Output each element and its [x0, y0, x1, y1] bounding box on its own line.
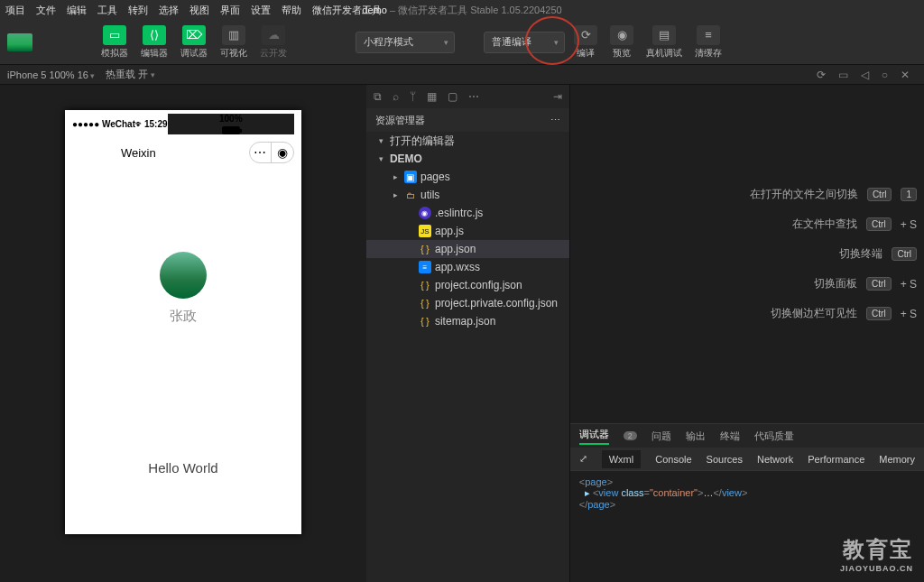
hint-panel: 切换面板: [814, 276, 857, 291]
tab-performance[interactable]: Performance: [808, 454, 864, 465]
project-root[interactable]: ▾DEMO: [366, 150, 569, 168]
cloud-button[interactable]: ☁云开发: [256, 23, 291, 61]
capsule-button[interactable]: ⋯ ◉: [249, 142, 294, 163]
tab-debugger[interactable]: 调试器: [579, 428, 609, 445]
project-thumbnail[interactable]: [7, 33, 32, 51]
debugger-button[interactable]: ⌦调试器: [177, 23, 211, 61]
branch-icon[interactable]: ᛘ: [410, 90, 416, 103]
menu-tools[interactable]: 工具: [97, 4, 117, 17]
menu-file[interactable]: 文件: [36, 4, 56, 17]
folder-utils[interactable]: ▸🗀utils: [366, 186, 569, 204]
tab-wxml[interactable]: Wxml: [602, 450, 642, 468]
tab-code-quality[interactable]: 代码质量: [754, 430, 794, 443]
simulator-panel: ●●●●● WeChatᯤ 15:29 100% Weixin ⋯ ◉ 张政 H…: [0, 85, 366, 582]
main-area: ●●●●● WeChatᯤ 15:29 100% Weixin ⋯ ◉ 张政 H…: [0, 85, 924, 582]
collapse-icon[interactable]: ⇥: [553, 90, 562, 103]
clock-label: 15:29: [144, 119, 168, 129]
file-appwxss[interactable]: ≡app.wxss: [366, 258, 569, 276]
file-projprivate[interactable]: { }project.private.config.json: [366, 294, 569, 312]
explorer-header: 资源管理器⋯: [366, 108, 569, 132]
hint-find: 在文件中查找: [792, 217, 857, 232]
file-tree: ▾打开的编辑器 ▾DEMO ▸▣pages ▸🗀utils ◉.eslintrc…: [366, 132, 569, 582]
file-eslintrc[interactable]: ◉.eslintrc.js: [366, 204, 569, 222]
device-select[interactable]: iPhone 5 100% 16: [7, 69, 95, 80]
menu-select[interactable]: 选择: [159, 4, 179, 17]
simulator-icon-strip: ⟳ ▭ ◁ ○ ✕: [817, 69, 917, 81]
carrier-label: ●●●●● WeChatᯤ: [72, 119, 144, 129]
explorer-more-icon[interactable]: ⋯: [550, 115, 560, 126]
menu-goto[interactable]: 转到: [128, 4, 148, 17]
tab-output[interactable]: 输出: [686, 430, 706, 443]
visual-button[interactable]: ▥可视化: [217, 23, 251, 61]
file-appjson[interactable]: { }app.json: [366, 240, 569, 258]
close-sim-icon[interactable]: ✕: [901, 69, 910, 81]
tab-sources[interactable]: Sources: [707, 454, 743, 465]
menu-settings[interactable]: 设置: [251, 4, 271, 17]
editor-right-panel: 在打开的文件之间切换Ctrl1 在文件中查找Ctrl+ S 切换终端Ctrl 切…: [570, 85, 924, 582]
page-title: Weixin: [121, 146, 156, 160]
file-projconfig[interactable]: { }project.config.json: [366, 276, 569, 294]
extensions-icon[interactable]: ▦: [427, 90, 437, 103]
menu-view[interactable]: 视图: [189, 4, 209, 17]
menu-wxdevtools[interactable]: 微信开发者工具: [312, 4, 382, 17]
phone-statusbar: ●●●●● WeChatᯤ 15:29 100%: [65, 110, 301, 138]
window-title: demo – 微信开发者工具 Stable 1.05.2204250: [362, 4, 561, 17]
menu-bar: 项目 文件 编辑 工具 转到 选择 视图 界面 设置 帮助 微信开发者工具: [5, 4, 382, 17]
hello-label: Hello World: [148, 460, 217, 476]
hint-sidebar: 切换侧边栏可见性: [771, 306, 857, 321]
search-icon[interactable]: ⌕: [393, 90, 399, 103]
menu-edit[interactable]: 编辑: [67, 4, 87, 17]
menu-help[interactable]: 帮助: [282, 4, 301, 17]
battery-icon: [222, 126, 240, 134]
editor-iconbar: ⧉ ⌕ ᛘ ▦ ▢ ⋯ ⇥: [366, 85, 569, 108]
titlebar: 项目 文件 编辑 工具 转到 选择 视图 界面 设置 帮助 微信开发者工具 de…: [0, 0, 924, 20]
battery-label: 100%: [168, 114, 294, 134]
simulator-button[interactable]: ▭模拟器: [97, 23, 132, 61]
phone-frame: ●●●●● WeChatᯤ 15:29 100% Weixin ⋯ ◉ 张政 H…: [65, 110, 301, 534]
compile-mode-select[interactable]: 普通编译: [484, 32, 565, 53]
editor-button[interactable]: ⟨⟩编辑器: [137, 23, 171, 61]
command-hints: 在打开的文件之间切换Ctrl1 在文件中查找Ctrl+ S 切换终端Ctrl 切…: [570, 85, 924, 423]
nickname-label: 张政: [170, 308, 197, 325]
menu-project[interactable]: 项目: [5, 4, 25, 17]
compile-button[interactable]: ⟳编译: [570, 23, 601, 61]
folder-pages[interactable]: ▸▣pages: [366, 168, 569, 186]
device-icon[interactable]: ▭: [838, 69, 848, 81]
file-sitemap[interactable]: { }sitemap.json: [366, 312, 569, 330]
menu-window[interactable]: 界面: [220, 4, 240, 17]
debugger-badge: 2: [624, 431, 637, 440]
hot-reload-toggle[interactable]: 热重载 开: [106, 68, 155, 81]
files-icon[interactable]: ⧉: [374, 90, 382, 103]
file-appjs[interactable]: JSapp.js: [366, 222, 569, 240]
open-editors-section[interactable]: ▾打开的编辑器: [366, 132, 569, 150]
tab-terminal[interactable]: 终端: [720, 430, 740, 443]
hint-switch-file: 在打开的文件之间切换: [750, 187, 858, 202]
home-icon[interactable]: ○: [882, 69, 888, 81]
capsule-menu-icon[interactable]: ⋯: [250, 143, 272, 162]
toolbar: ▭模拟器 ⟨⟩编辑器 ⌦调试器 ▥可视化 ☁云开发 小程序模式 普通编译 ⟳编译…: [0, 20, 924, 65]
remote-debug-button[interactable]: ▤真机调试: [642, 23, 686, 61]
inspect-icon[interactable]: ⤢: [579, 453, 587, 465]
rotate-icon[interactable]: ⟳: [817, 69, 826, 81]
devtools-inner-tabs: ⤢ Wxml Console Sources Network Performan…: [570, 448, 924, 471]
devtools-outer-tabs: 调试器 2 问题 输出 终端 代码质量: [570, 424, 924, 448]
tab-network[interactable]: Network: [757, 454, 793, 465]
explorer-panel: ⧉ ⌕ ᛘ ▦ ▢ ⋯ ⇥ 资源管理器⋯ ▾打开的编辑器 ▾DEMO ▸▣pag…: [366, 85, 570, 582]
phone-content: 张政 Hello World: [65, 171, 301, 534]
capsule-close-icon[interactable]: ◉: [272, 143, 293, 162]
tab-console[interactable]: Console: [655, 454, 691, 465]
layout-icon[interactable]: ▢: [448, 90, 457, 103]
clear-cache-button[interactable]: ≡清缓存: [691, 23, 725, 61]
phone-navbar: Weixin ⋯ ◉: [65, 138, 301, 171]
tab-memory[interactable]: Memory: [879, 454, 915, 465]
back-icon[interactable]: ◁: [861, 69, 869, 81]
avatar[interactable]: [160, 252, 207, 299]
watermark: 教育宝 JIAOYUBAO.CN: [840, 535, 913, 573]
hint-terminal: 切换终端: [839, 246, 882, 262]
mode-select[interactable]: 小程序模式: [356, 32, 455, 53]
tab-problems[interactable]: 问题: [651, 430, 671, 443]
preview-button[interactable]: ◉预览: [606, 23, 637, 61]
simulator-infobar: iPhone 5 100% 16 热重载 开 ⟳ ▭ ◁ ○ ✕: [0, 65, 924, 85]
more-icon[interactable]: ⋯: [468, 90, 479, 103]
